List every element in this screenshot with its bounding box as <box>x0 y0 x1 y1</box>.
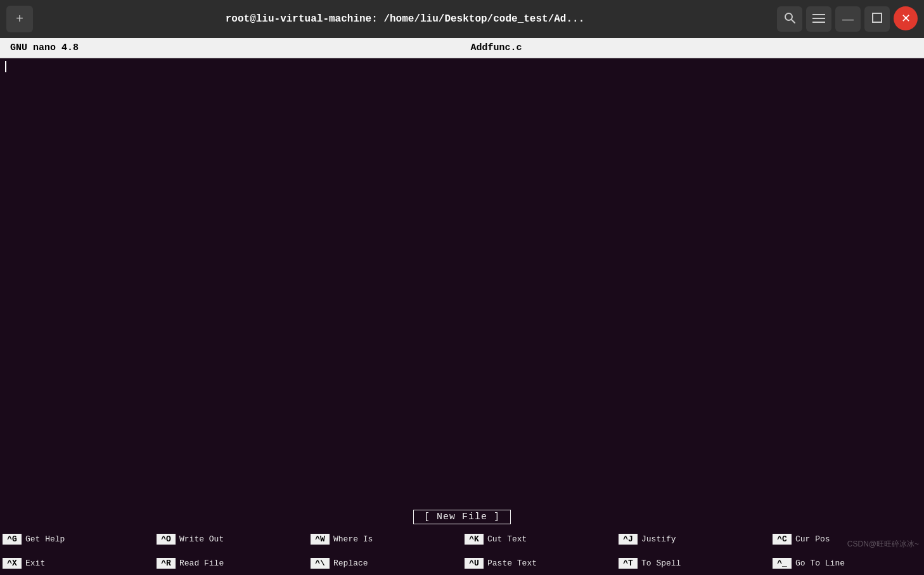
shortcut-read-file: ^R Read File <box>154 551 308 575</box>
new-tab-button[interactable]: + <box>6 6 33 32</box>
search-button[interactable] <box>777 6 802 32</box>
shortcut-key-t: ^T <box>619 558 638 569</box>
shortcut-key-o: ^O <box>157 534 176 545</box>
svg-rect-5 <box>873 13 882 22</box>
shortcut-justify: ^J Justify <box>616 527 770 551</box>
shortcut-write-out: ^O Write Out <box>154 527 308 551</box>
shortcut-to-spell: ^T To Spell <box>616 551 770 575</box>
shortcut-label-paste-text: Paste Text <box>484 559 537 568</box>
nano-version: GNU nano 4.8 <box>10 42 79 53</box>
shortcut-key-backslash: ^\ <box>311 558 330 569</box>
shortcut-label-exit: Exit <box>22 559 45 568</box>
close-button[interactable]: ✕ <box>894 6 918 30</box>
shortcut-key-g: ^G <box>3 534 22 545</box>
shortcut-label-write-out: Write Out <box>176 534 224 544</box>
title-bar: + root@liu-virtual-machine: /home/liu/De… <box>0 0 924 38</box>
shortcut-key-c: ^C <box>773 534 792 545</box>
maximize-button[interactable] <box>864 6 890 32</box>
nano-status-bar: [ New File ] <box>0 507 924 527</box>
minimize-button[interactable]: — <box>835 6 861 32</box>
shortcut-where-is: ^W Where Is <box>308 527 462 551</box>
cursor <box>5 61 6 72</box>
shortcuts-row-1: ^G Get Help ^O Write Out ^W Where Is ^K … <box>0 527 924 551</box>
shortcut-key-j: ^J <box>619 534 638 545</box>
maximize-icon <box>872 13 882 26</box>
shortcut-label-cur-pos: Cur Pos <box>792 534 830 544</box>
menu-icon <box>812 13 825 26</box>
shortcut-go-to-line: ^_ Go To Line <box>770 551 924 575</box>
terminal-window: + root@liu-virtual-machine: /home/liu/De… <box>0 0 924 575</box>
shortcuts-row-2: ^X Exit ^R Read File ^\ Replace ^U Paste… <box>0 551 924 575</box>
shortcut-label-go-to-line: Go To Line <box>792 559 845 568</box>
new-tab-icon: + <box>16 12 23 27</box>
window-actions: — ✕ <box>777 6 918 32</box>
shortcut-key-w: ^W <box>311 534 330 545</box>
nano-shortcuts: ^G Get Help ^O Write Out ^W Where Is ^K … <box>0 527 924 575</box>
nano-header: GNU nano 4.8 Addfunc.c <box>0 38 924 58</box>
shortcut-key-x: ^X <box>3 558 22 569</box>
shortcut-label-to-spell: To Spell <box>638 559 681 568</box>
nano-filename: Addfunc.c <box>79 42 914 53</box>
shortcut-label-justify: Justify <box>638 534 676 544</box>
search-icon <box>783 11 796 27</box>
menu-button[interactable] <box>806 6 831 32</box>
shortcut-label-read-file: Read File <box>176 559 224 568</box>
shortcut-replace: ^\ Replace <box>308 551 462 575</box>
shortcut-label-replace: Replace <box>330 559 368 568</box>
shortcut-paste-text: ^U Paste Text <box>462 551 616 575</box>
shortcut-key-underscore: ^_ <box>773 558 792 569</box>
shortcut-key-k: ^K <box>465 534 484 545</box>
shortcut-get-help: ^G Get Help <box>0 527 154 551</box>
nano-status-label: [ New File ] <box>413 510 511 524</box>
shortcut-cut-text: ^K Cut Text <box>462 527 616 551</box>
svg-line-1 <box>792 20 795 23</box>
minimize-icon: — <box>842 13 854 26</box>
nano-editor[interactable] <box>0 58 924 507</box>
shortcut-label-where-is: Where Is <box>330 534 373 544</box>
shortcut-exit: ^X Exit <box>0 551 154 575</box>
shortcut-key-u: ^U <box>465 558 484 569</box>
shortcut-label-get-help: Get Help <box>22 534 65 544</box>
shortcut-cur-pos: ^C Cur Pos <box>770 527 924 551</box>
shortcut-label-cut-text: Cut Text <box>484 534 527 544</box>
close-icon: ✕ <box>901 11 911 25</box>
shortcut-key-r: ^R <box>157 558 176 569</box>
window-title: root@liu-virtual-machine: /home/liu/Desk… <box>39 13 771 25</box>
